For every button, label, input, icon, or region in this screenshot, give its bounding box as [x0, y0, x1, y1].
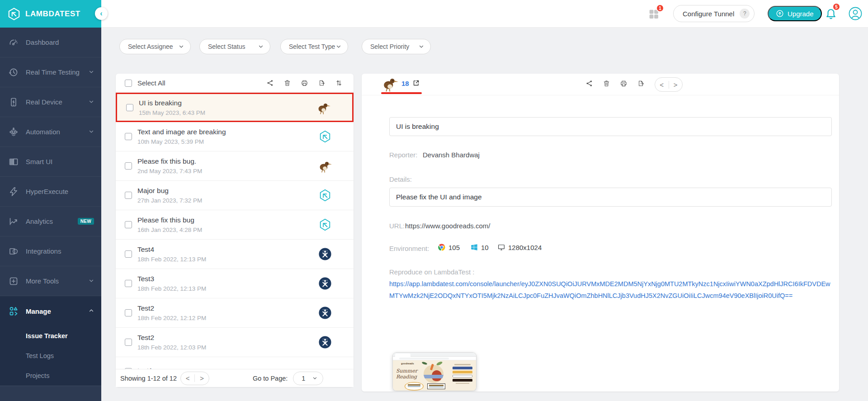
topbar: 1 Configure Tunnel ? Upgrade 5: [101, 0, 868, 28]
url-value: https://www.goodreads.com/: [405, 222, 490, 230]
delete-icon[interactable]: [283, 79, 291, 87]
issue-nav-control: < >: [655, 77, 683, 92]
issue-row-please-fix-this-bug[interactable]: Please fix this bug16th Jan 2023, 4:28 P…: [116, 210, 354, 240]
upgrade-arrow-icon: [776, 9, 784, 18]
list-toolbar: [266, 79, 343, 87]
lambdatest-logo[interactable]: LAMBDATEST: [0, 0, 101, 28]
issue-row-major-bug[interactable]: Major bug27th Jan 2023, 7:32 PM: [116, 181, 354, 210]
os-version: 10: [481, 244, 489, 251]
smartui-icon: [8, 156, 19, 167]
share-icon[interactable]: [266, 79, 274, 87]
filter-select-test-type[interactable]: Select Test Type: [280, 39, 348, 54]
row-checkbox[interactable]: [125, 280, 132, 287]
issue-row-test2[interactable]: Test218th Feb 2022, 12:03 PM: [116, 328, 354, 357]
active-tab-underline: [381, 92, 422, 94]
navy-person-icon: [318, 335, 332, 349]
sidebar-item-manage[interactable]: Manage: [0, 296, 101, 326]
hexagon-logo-icon: [318, 189, 332, 202]
issue-row-test2[interactable]: Test218th Feb 2022, 12:12 PM: [116, 298, 354, 328]
row-checkbox[interactable]: [125, 250, 132, 258]
navy-person-icon: [318, 306, 332, 320]
share-icon[interactable]: [585, 80, 593, 87]
issue-title: Please fix this bug.: [137, 157, 318, 165]
integrations-icon: [8, 246, 19, 257]
configure-tunnel-button[interactable]: Configure Tunnel ?: [673, 5, 755, 22]
row-checkbox[interactable]: [125, 162, 132, 170]
sidebar-item-real-time-testing[interactable]: Real Time Testing: [0, 57, 101, 87]
next-page-button[interactable]: >: [195, 374, 209, 382]
prev-issue-button[interactable]: <: [655, 81, 669, 89]
list-header: Select All: [116, 74, 354, 93]
sidebar-item-automation[interactable]: Automation: [0, 117, 101, 147]
chevron-down-icon: [89, 277, 94, 285]
select-all-checkbox[interactable]: [125, 80, 132, 87]
filter-select-priority[interactable]: Select Priority: [362, 39, 431, 54]
leaf-illustration: [422, 361, 428, 365]
sort-icon[interactable]: [335, 79, 343, 87]
chevron-down-icon: [89, 98, 94, 106]
highlight-ellipse: [405, 382, 424, 391]
issue-row-please-fix-this-bug[interactable]: Please fix this bug.2nd May 2023, 7:43 P…: [116, 151, 354, 181]
reporter-label: Reporter:: [389, 151, 418, 159]
amazon-signup-button: [453, 371, 472, 373]
row-checkbox[interactable]: [125, 192, 132, 199]
reproduce-label: Reproduce on LambdaTest :: [389, 268, 474, 276]
row-checkbox[interactable]: [125, 309, 132, 316]
sidebar-item-hyperexecute[interactable]: HyperExecute: [0, 177, 101, 207]
filter-select-assignee[interactable]: Select Assignee: [119, 39, 191, 54]
export-icon[interactable]: [637, 80, 645, 87]
next-issue-button[interactable]: >: [669, 81, 683, 89]
issue-title: Major bug: [137, 187, 318, 195]
issue-row-test3[interactable]: Test318th Feb 2022, 12:13 PM: [116, 269, 354, 298]
summer-reading-heading: Summer Reading: [396, 368, 423, 380]
sidebar-manage-group: Manage Issue TrackerTest LogsProjects: [0, 296, 101, 386]
page-select-dropdown[interactable]: 1: [293, 372, 323, 385]
sidebar-item-more-tools[interactable]: More Tools: [0, 266, 101, 296]
sidebar-subitem-test-logs[interactable]: Test Logs: [0, 346, 101, 366]
external-link-icon[interactable]: [412, 79, 420, 87]
issue-row-ui-is-breaking[interactable]: UI is breaking15th May 2023, 6:43 PM: [116, 93, 354, 122]
sidebar-collapse-button[interactable]: ‹: [95, 7, 108, 20]
export-icon[interactable]: [318, 79, 326, 87]
filter-select-status[interactable]: Select Status: [199, 39, 270, 54]
sidebar-item-smart-ui[interactable]: Smart UI: [0, 147, 101, 177]
issue-row-test4[interactable]: Test418th Feb 2022, 12:13 PM: [116, 240, 354, 269]
row-checkbox[interactable]: [125, 339, 132, 346]
upgrade-button[interactable]: Upgrade: [768, 6, 822, 21]
prev-page-button[interactable]: <: [181, 374, 195, 382]
issue-title: Please fix this bug: [137, 216, 318, 224]
row-checkbox[interactable]: [125, 221, 132, 228]
issue-date: 27th Jan 2023, 7:32 PM: [137, 197, 318, 204]
browser-address-bar: [393, 357, 476, 360]
sidebar-item-analytics[interactable]: AnalyticsNEW: [0, 207, 101, 236]
issue-title: Test3: [137, 275, 318, 283]
sidebar-subitem-projects[interactable]: Projects: [0, 366, 101, 386]
sidebar-item-integrations[interactable]: Integrations: [0, 236, 101, 266]
sidebar-subitem-issue-tracker[interactable]: Issue Tracker: [0, 326, 101, 346]
sidebar-footer-strip: [0, 386, 101, 401]
sidebar-manage-children: Issue TrackerTest LogsProjects: [0, 326, 101, 386]
sidebar-item-label: Real Device: [26, 98, 89, 106]
chevron-down-icon: [258, 44, 264, 49]
issue-date: 18th Feb 2022, 12:13 PM: [137, 256, 318, 263]
filter-label: Select Assignee: [128, 43, 173, 50]
issue-title-input[interactable]: [389, 117, 832, 136]
sidebar-item-dashboard[interactable]: Dashboard: [0, 28, 101, 57]
leaf-illustration: [436, 361, 443, 366]
row-checkbox[interactable]: [125, 133, 132, 140]
print-icon[interactable]: [620, 80, 627, 87]
issue-details-input[interactable]: [389, 188, 832, 207]
print-icon[interactable]: [301, 79, 308, 87]
apps-notification-badge: 1: [656, 4, 664, 12]
reproduce-link[interactable]: https://app.lambdatest.com/console/launc…: [389, 278, 833, 302]
delete-icon[interactable]: [603, 80, 610, 87]
navy-person-icon: [318, 247, 332, 261]
issue-row-text-and-image-are-breaking[interactable]: Text and image are breaking10th May 2023…: [116, 122, 354, 151]
user-avatar-icon[interactable]: [848, 6, 863, 21]
issue-row-test1[interactable]: test1: [116, 357, 354, 369]
sidebar-item-label: Automation: [26, 128, 89, 136]
issue-screenshot-thumbnail[interactable]: goodreads Summer Reading: [393, 353, 476, 391]
sidebar-item-real-device[interactable]: Real Device: [0, 87, 101, 117]
help-icon[interactable]: ?: [740, 9, 750, 19]
row-checkbox[interactable]: [126, 104, 133, 111]
